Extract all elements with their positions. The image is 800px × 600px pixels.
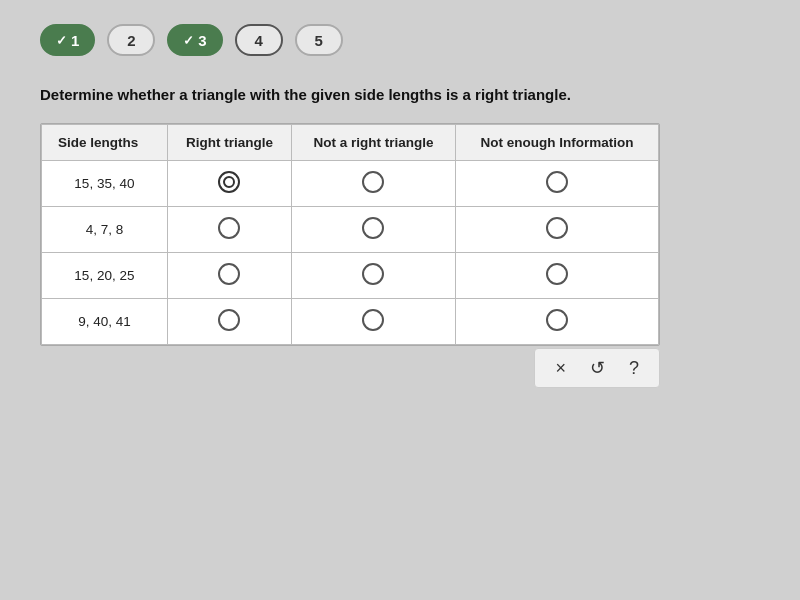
radio-right-3[interactable]: [218, 309, 240, 331]
cell-right-0[interactable]: [167, 161, 291, 207]
action-buttons-group: × ↺ ?: [534, 348, 660, 388]
answer-table: Side lengths Right triangle Not a right …: [41, 124, 659, 345]
question-text: Determine whether a triangle with the gi…: [40, 86, 571, 103]
radio-inner-right-0: [223, 176, 235, 188]
cell-sides-1: 4, 7, 8: [42, 207, 168, 253]
cell-not-right-0[interactable]: [292, 161, 456, 207]
action-bar: × ↺ ?: [40, 346, 660, 388]
nav-pill-3[interactable]: ✓ 3: [167, 24, 222, 56]
radio-not-enough-3[interactable]: [546, 309, 568, 331]
radio-right-0[interactable]: [218, 171, 240, 193]
cell-not-right-2[interactable]: [292, 253, 456, 299]
cell-right-1[interactable]: [167, 207, 291, 253]
cell-sides-0: 15, 35, 40: [42, 161, 168, 207]
table-wrapper: Side lengths Right triangle Not a right …: [40, 123, 660, 346]
radio-not-enough-1[interactable]: [546, 217, 568, 239]
table-row: 4, 7, 8: [42, 207, 659, 253]
radio-not-right-0[interactable]: [362, 171, 384, 193]
cell-right-3[interactable]: [167, 299, 291, 345]
navigation-pills: ✓ 1 2 ✓ 3 4 5: [40, 24, 343, 56]
close-button[interactable]: ×: [547, 356, 574, 381]
cell-sides-3: 9, 40, 41: [42, 299, 168, 345]
col-header-not-enough: Not enough Information: [455, 125, 658, 161]
radio-not-right-3[interactable]: [362, 309, 384, 331]
nav-pill-4[interactable]: 4: [235, 24, 283, 56]
cell-right-2[interactable]: [167, 253, 291, 299]
nav-pill-4-label: 4: [255, 32, 263, 49]
cell-sides-2: 15, 20, 25: [42, 253, 168, 299]
help-button[interactable]: ?: [621, 356, 647, 381]
radio-right-1[interactable]: [218, 217, 240, 239]
col-header-right: Right triangle: [167, 125, 291, 161]
cell-not-enough-0[interactable]: [455, 161, 658, 207]
radio-not-right-2[interactable]: [362, 263, 384, 285]
nav-pill-1[interactable]: ✓ 1: [40, 24, 95, 56]
radio-right-2[interactable]: [218, 263, 240, 285]
check-icon-3: ✓: [183, 33, 194, 48]
col-header-not-right: Not a right triangle: [292, 125, 456, 161]
cell-not-enough-3[interactable]: [455, 299, 658, 345]
radio-not-right-1[interactable]: [362, 217, 384, 239]
col-header-sides: Side lengths: [42, 125, 168, 161]
cell-not-right-1[interactable]: [292, 207, 456, 253]
radio-not-enough-0[interactable]: [546, 171, 568, 193]
check-icon-1: ✓: [56, 33, 67, 48]
table-row: 15, 35, 40: [42, 161, 659, 207]
nav-pill-1-label: 1: [71, 32, 79, 49]
nav-pill-2-label: 2: [127, 32, 135, 49]
cell-not-right-3[interactable]: [292, 299, 456, 345]
nav-pill-2[interactable]: 2: [107, 24, 155, 56]
table-row: 9, 40, 41: [42, 299, 659, 345]
undo-button[interactable]: ↺: [582, 355, 613, 381]
nav-pill-5[interactable]: 5: [295, 24, 343, 56]
nav-pill-3-label: 3: [198, 32, 206, 49]
cell-not-enough-1[interactable]: [455, 207, 658, 253]
table-row: 15, 20, 25: [42, 253, 659, 299]
cell-not-enough-2[interactable]: [455, 253, 658, 299]
nav-pill-5-label: 5: [315, 32, 323, 49]
radio-not-enough-2[interactable]: [546, 263, 568, 285]
table-header-row: Side lengths Right triangle Not a right …: [42, 125, 659, 161]
